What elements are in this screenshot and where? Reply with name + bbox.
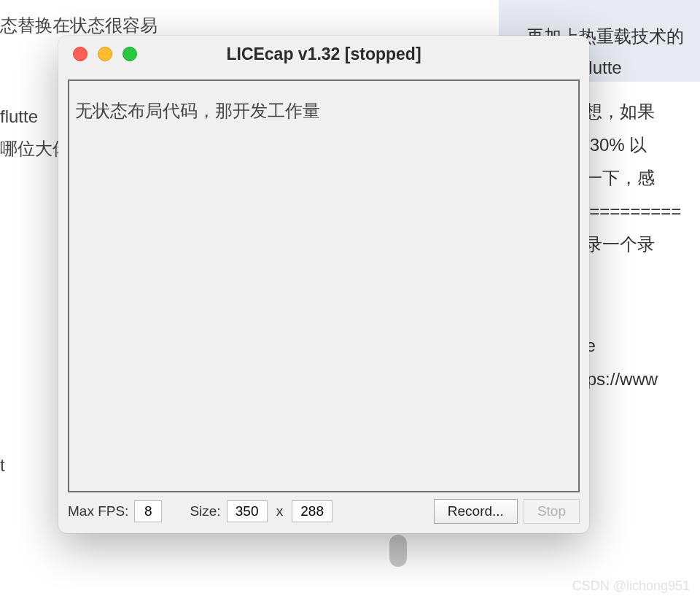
stop-button: Stop: [524, 499, 580, 524]
licecap-window: LICEcap v1.32 [stopped] 无状态布局代码，那开发工作量 M…: [58, 36, 589, 533]
window-title: LICEcap v1.32 [stopped]: [58, 44, 589, 64]
maximize-icon[interactable]: [122, 47, 137, 61]
width-input[interactable]: [227, 500, 268, 522]
traffic-lights: [73, 47, 137, 61]
close-icon[interactable]: [73, 47, 88, 61]
height-input[interactable]: [292, 500, 332, 522]
watermark: CSDN @lichong951: [572, 578, 690, 594]
controls-bar: Max FPS: Size: x Record... Stop: [58, 497, 589, 533]
bg-text: flutte: [0, 100, 38, 133]
capture-area[interactable]: 无状态布局代码，那开发工作量: [68, 80, 580, 492]
max-fps-label: Max FPS:: [68, 503, 128, 519]
record-button[interactable]: Record...: [434, 499, 518, 524]
size-x: x: [273, 503, 287, 519]
bg-text: t: [0, 449, 5, 482]
minimize-icon[interactable]: [98, 47, 112, 61]
max-fps-input[interactable]: [134, 500, 162, 522]
window-titlebar[interactable]: LICEcap v1.32 [stopped]: [58, 36, 589, 72]
size-label: Size:: [190, 503, 220, 519]
scrollbar-thumb[interactable]: [389, 535, 407, 567]
captured-text: 无状态布局代码，那开发工作量: [69, 81, 578, 141]
